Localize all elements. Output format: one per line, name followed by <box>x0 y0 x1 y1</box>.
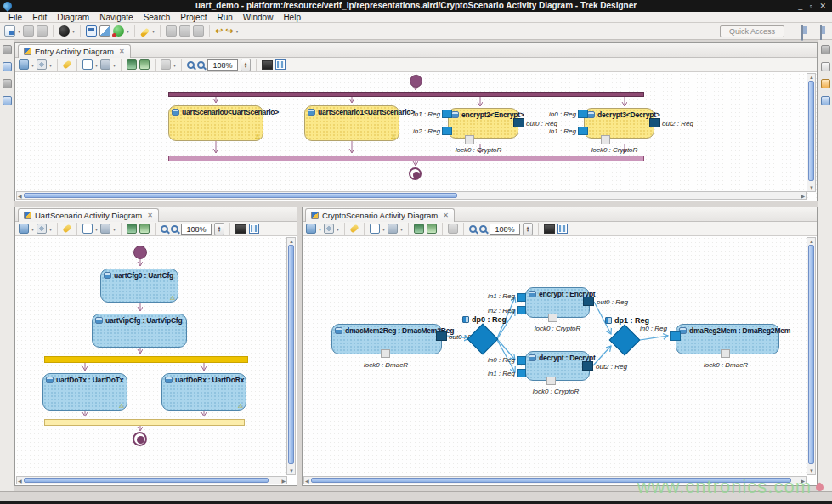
zoom-level-input[interactable]: 108% <box>181 224 212 235</box>
port-in1[interactable] <box>517 293 526 302</box>
arrange-icon[interactable] <box>100 59 110 70</box>
close-icon[interactable]: ✕ <box>147 212 153 219</box>
forward-icon[interactable]: ↪ <box>225 25 233 37</box>
tab-entry-activity-diagram[interactable]: Entry Activity Diagram ✕ <box>18 44 131 58</box>
menu-search[interactable]: Search <box>139 12 176 23</box>
port-lock0[interactable] <box>721 349 730 358</box>
menu-edit[interactable]: Edit <box>27 12 52 23</box>
restore-right-icon[interactable] <box>821 45 830 54</box>
entry-hscrollbar[interactable]: ◀ ▶ <box>16 191 807 200</box>
fork-bar[interactable] <box>44 356 248 363</box>
export-diagram-icon[interactable] <box>139 59 150 70</box>
tab-cryptoscenario-activity-diagram[interactable]: CryptoScenario Activity Diagram ✕ <box>305 208 455 222</box>
grid-icon[interactable] <box>557 224 568 234</box>
port-out2[interactable] <box>649 118 660 127</box>
quick-access-button[interactable]: Quick Access <box>720 25 784 37</box>
port-in0[interactable] <box>670 331 681 341</box>
port-in1[interactable] <box>578 127 588 135</box>
node-uartDoTx[interactable]: uartDoTx : UartDoTx ⚠ <box>42 373 127 411</box>
crypto-vscrollbar[interactable]: ▲ ▼ <box>807 237 816 475</box>
menu-navigate[interactable]: Navigate <box>94 12 138 23</box>
snapshot-icon[interactable] <box>262 60 273 70</box>
node-uartCfg0[interactable]: uartCfg0 : UartCfg ⚠ <box>100 269 178 303</box>
node-uartScenario1[interactable]: uartScenario1<UartScenario> ⚠ <box>304 105 399 141</box>
port-out2[interactable] <box>582 361 593 371</box>
menu-diagram[interactable]: Diagram <box>52 12 94 23</box>
filters-icon[interactable] <box>324 224 334 234</box>
viewpoint-icon[interactable] <box>19 59 29 70</box>
perspective-icon-1[interactable] <box>801 25 803 41</box>
restore-views-icon[interactable] <box>3 45 12 54</box>
zoom-level-input[interactable]: 108% <box>207 59 238 71</box>
join-bar[interactable] <box>168 156 644 161</box>
zoom-spinner[interactable]: ▴▾ <box>241 59 251 71</box>
entry-vscrollbar[interactable]: ▲ ▼ <box>807 73 816 192</box>
wand-icon[interactable] <box>62 224 72 233</box>
save-icon[interactable] <box>23 25 34 37</box>
node-uartScenario0[interactable]: uartScenario0<UartScenario> ⚠ <box>168 105 263 141</box>
export-diagram-icon[interactable] <box>427 224 437 234</box>
arrange-icon[interactable] <box>388 224 398 234</box>
zoom-out-icon[interactable] <box>479 225 487 233</box>
join-bar[interactable] <box>44 419 245 426</box>
port-out0[interactable] <box>513 118 524 127</box>
export-image-icon[interactable] <box>127 59 137 70</box>
zoom-in-icon[interactable] <box>161 225 168 233</box>
port-in1[interactable] <box>442 110 452 118</box>
node-encrypt2[interactable]: encrypt2<Encrypt> <box>448 108 518 139</box>
menu-window[interactable]: Window <box>238 12 279 23</box>
wand-icon[interactable] <box>62 59 72 69</box>
final-node[interactable] <box>409 167 422 180</box>
search-wand-icon[interactable] <box>140 28 150 37</box>
node-decrypt3[interactable]: decrypt3<Decrypt> <box>584 108 654 139</box>
zoom-spinner[interactable]: ▴▾ <box>523 223 533 235</box>
zoom-out-icon[interactable] <box>171 225 178 233</box>
export-image-icon[interactable] <box>127 224 137 234</box>
run-dropdown-icon[interactable]: ▾ <box>127 28 129 34</box>
port-lock0[interactable] <box>548 314 557 322</box>
port-out0[interactable] <box>436 331 447 341</box>
save-all-icon[interactable] <box>37 25 48 37</box>
port-lock0[interactable] <box>465 135 474 144</box>
menu-run[interactable]: Run <box>212 12 237 23</box>
filters-icon[interactable] <box>37 224 47 234</box>
port-lock0[interactable] <box>381 349 390 358</box>
initial-node[interactable] <box>133 246 147 259</box>
forward-dropdown-icon[interactable]: ▾ <box>236 28 239 34</box>
run-icon[interactable] <box>113 25 124 37</box>
export-image-icon[interactable] <box>414 224 424 234</box>
fork-bar[interactable] <box>168 92 644 97</box>
close-icon[interactable]: ✕ <box>443 212 449 219</box>
node-encrypt[interactable]: encrypt : Encrypt <box>525 287 590 318</box>
port-in2[interactable] <box>442 127 452 135</box>
window-controls[interactable]: _ ▫ ✕ <box>798 0 829 12</box>
port-in0[interactable] <box>578 110 588 118</box>
port-in1[interactable] <box>517 369 526 377</box>
final-node[interactable] <box>133 432 147 446</box>
port-in2[interactable] <box>517 306 526 314</box>
crypto-canvas[interactable]: dmacMem2Reg : DmacMem2Reg out0 : Reg loc… <box>303 236 807 475</box>
zoom-level-input[interactable]: 108% <box>490 224 520 235</box>
decision-dp0[interactable] <box>467 324 499 355</box>
report-icon[interactable] <box>99 25 110 37</box>
console-icon[interactable] <box>86 25 97 37</box>
snapshot-icon[interactable] <box>544 224 555 234</box>
wand-dropdown-icon[interactable]: ▾ <box>152 28 155 34</box>
filters-icon[interactable] <box>37 59 47 70</box>
zoom-in-icon[interactable] <box>187 61 195 69</box>
select-shape-icon[interactable] <box>82 59 93 70</box>
zoom-in-icon[interactable] <box>469 225 477 233</box>
close-icon[interactable]: ✕ <box>119 48 125 55</box>
new-dropdown-icon[interactable]: ▾ <box>18 28 20 34</box>
arrange-icon[interactable] <box>100 224 110 234</box>
select-shape-icon[interactable] <box>370 224 380 234</box>
new-wizard-icon[interactable] <box>4 25 15 37</box>
outline-shortcut-icon[interactable] <box>3 96 12 105</box>
menu-file[interactable]: File <box>3 12 27 23</box>
debug-dropdown-icon[interactable]: ▾ <box>72 28 75 34</box>
back-icon[interactable]: ↩ <box>215 25 223 37</box>
menu-project[interactable]: Project <box>175 12 212 23</box>
model-explorer-icon[interactable] <box>3 62 12 71</box>
grid-icon[interactable] <box>275 59 286 70</box>
port-lock0[interactable] <box>546 377 556 385</box>
